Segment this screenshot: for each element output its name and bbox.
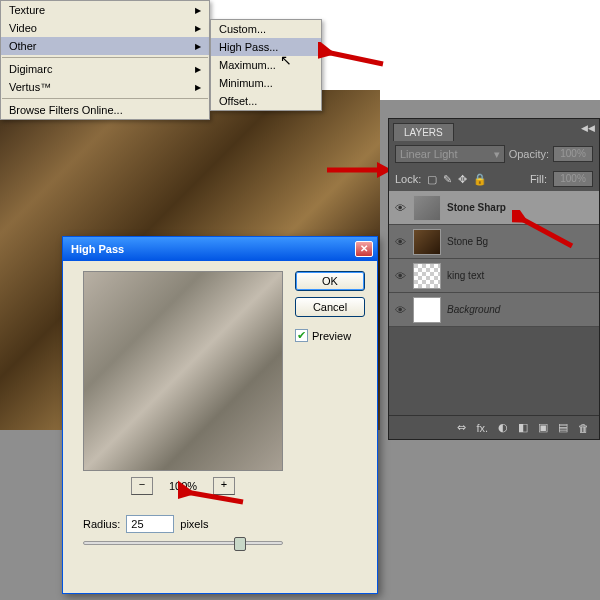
annotation-arrow	[318, 42, 388, 72]
menu-browse-online[interactable]: Browse Filters Online...	[1, 101, 209, 119]
zoom-percent: 100%	[169, 480, 197, 492]
submenu-maximum[interactable]: Maximum...	[211, 56, 321, 74]
radius-label: Radius:	[83, 518, 120, 530]
adjustment-icon[interactable]: ◧	[518, 421, 528, 434]
radius-unit: pixels	[180, 518, 208, 530]
layer-list: 👁 Stone Sharp 👁 Stone Bg 👁 king text 👁 B…	[389, 191, 599, 327]
radius-input[interactable]	[126, 515, 174, 533]
panel-collapse-icon[interactable]: ◀◀	[581, 123, 595, 133]
fill-input[interactable]: 100%	[553, 171, 593, 187]
close-button[interactable]: ✕	[355, 241, 373, 257]
menu-texture[interactable]: Texture	[1, 1, 209, 19]
submenu-high-pass[interactable]: High Pass...	[211, 38, 321, 56]
chevron-down-icon: ▾	[494, 146, 500, 162]
dialog-titlebar[interactable]: High Pass ✕	[63, 237, 377, 261]
layer-name: Stone Sharp	[447, 202, 506, 213]
visibility-eye-icon[interactable]: 👁	[393, 304, 407, 316]
ok-button[interactable]: OK	[295, 271, 365, 291]
fill-label: Fill:	[530, 173, 547, 185]
visibility-eye-icon[interactable]: 👁	[393, 270, 407, 282]
visibility-eye-icon[interactable]: 👁	[393, 236, 407, 248]
opacity-input[interactable]: 100%	[553, 146, 593, 162]
layers-footer: ⇔ fx. ◐ ◧ ▣ ▤ 🗑	[389, 415, 599, 439]
lock-move-icon[interactable]: ✥	[458, 173, 467, 186]
submenu-offset[interactable]: Offset...	[211, 92, 321, 110]
lock-transparency-icon[interactable]: ▢	[427, 173, 437, 186]
high-pass-dialog: High Pass ✕ − 100% + Radius: pixels OK C…	[62, 236, 378, 594]
zoom-out-button[interactable]: −	[131, 477, 153, 495]
layer-thumbnail[interactable]	[413, 263, 441, 289]
layer-row[interactable]: 👁 Stone Sharp	[389, 191, 599, 225]
radius-slider[interactable]	[83, 541, 283, 545]
submenu-custom[interactable]: Custom...	[211, 20, 321, 38]
dialog-title: High Pass	[71, 243, 124, 255]
preview-image[interactable]	[83, 271, 283, 471]
menu-other[interactable]: Other	[1, 37, 209, 55]
submenu-minimum[interactable]: Minimum...	[211, 74, 321, 92]
fx-icon[interactable]: fx.	[476, 422, 488, 434]
zoom-in-button[interactable]: +	[213, 477, 235, 495]
layer-name: Background	[447, 304, 500, 315]
menu-vertus[interactable]: Vertus™	[1, 78, 209, 96]
menu-digimarc[interactable]: Digimarc	[1, 60, 209, 78]
layer-row[interactable]: 👁 Stone Bg	[389, 225, 599, 259]
svg-line-0	[326, 52, 383, 64]
lock-all-icon[interactable]: 🔒	[473, 173, 487, 186]
layers-tab[interactable]: LAYERS	[393, 123, 454, 141]
mask-icon[interactable]: ◐	[498, 421, 508, 434]
other-submenu: Custom... High Pass... Maximum... Minimu…	[210, 19, 322, 111]
layer-thumbnail[interactable]	[413, 195, 441, 221]
layer-thumbnail[interactable]	[413, 229, 441, 255]
layer-thumbnail[interactable]	[413, 297, 441, 323]
opacity-label: Opacity:	[509, 148, 549, 160]
group-icon[interactable]: ▣	[538, 421, 548, 434]
layer-row[interactable]: 👁 king text	[389, 259, 599, 293]
new-layer-icon[interactable]: ▤	[558, 421, 568, 434]
preview-label: Preview	[312, 330, 351, 342]
slider-thumb[interactable]	[234, 537, 246, 551]
trash-icon[interactable]: 🗑	[578, 422, 589, 434]
layer-name: king text	[447, 270, 484, 281]
menu-separator	[2, 57, 208, 58]
link-layers-icon[interactable]: ⇔	[457, 421, 466, 434]
menu-video[interactable]: Video	[1, 19, 209, 37]
filter-menu: Texture Video Other Digimarc Vertus™ Bro…	[0, 0, 210, 120]
lock-brush-icon[interactable]: ✎	[443, 173, 452, 186]
layer-name: Stone Bg	[447, 236, 488, 247]
layer-row[interactable]: 👁 Background	[389, 293, 599, 327]
blend-mode-dropdown[interactable]: Linear Light▾	[395, 145, 505, 163]
lock-label: Lock:	[395, 173, 421, 185]
cancel-button[interactable]: Cancel	[295, 297, 365, 317]
layers-panel: ◀◀ LAYERS Linear Light▾ Opacity: 100% Lo…	[388, 118, 600, 440]
preview-checkbox[interactable]: ✔	[295, 329, 308, 342]
visibility-eye-icon[interactable]: 👁	[393, 202, 407, 214]
menu-separator	[2, 98, 208, 99]
